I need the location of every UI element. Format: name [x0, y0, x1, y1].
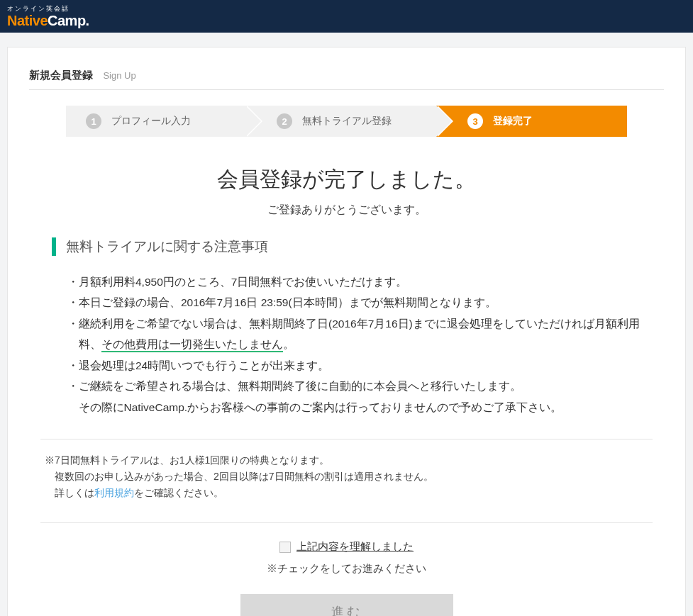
brand-name: NativeCamp. [7, 13, 89, 28]
step-label: 無料トライアル登録 [302, 115, 392, 128]
terms-link[interactable]: 利用規約 [94, 487, 134, 498]
divider [40, 439, 653, 439]
page-title-row: 新規会員登録 Sign Up [29, 69, 664, 90]
step-number: 3 [467, 113, 483, 129]
proceed-button[interactable]: 進む [240, 594, 453, 616]
disclaimer-line: 詳しくは利用規約をご確認ください。 [45, 485, 648, 501]
signup-complete-card: 新規会員登録 Sign Up 1 プロフィール入力 2 無料トライアル登録 3 … [7, 47, 686, 616]
step-profile: 1 プロフィール入力 [66, 106, 245, 137]
step-complete: 3 登録完了 [436, 106, 627, 137]
divider [40, 522, 653, 523]
trial-notes-list: ・月額利用料4,950円のところ、7日間無料でお使いいただけます。 ・本日ご登録… [67, 271, 641, 418]
progress-stepper: 1 プロフィール入力 2 無料トライアル登録 3 登録完了 [66, 106, 627, 137]
step-number: 2 [277, 113, 292, 129]
note-item: ・継続利用をご希望でない場合は、無料期間終了日(2016年7月16日)までに退会… [67, 313, 641, 355]
page-title-en: Sign Up [103, 70, 135, 81]
note-emphasis: その他費用は一切発生いたしません [101, 338, 283, 352]
confirm-checkbox[interactable] [279, 542, 291, 553]
confirm-text: 上記内容を理解しました [296, 540, 414, 554]
trial-notes: 無料トライアルに関する注意事項 ・月額利用料4,950円のところ、7日間無料でお… [52, 237, 641, 418]
top-navbar: オンライン英会話 NativeCamp. [0, 0, 693, 33]
step-trial: 2 無料トライアル登録 [245, 106, 436, 137]
headline: 会員登録が完了しました。 [29, 165, 664, 194]
note-item: ・退会処理は24時間いつでも行うことが出来ます。 [67, 355, 641, 376]
step-number: 1 [86, 113, 101, 129]
confirm-hint: ※チェックをしてお進みください [29, 562, 664, 576]
trial-notes-title: 無料トライアルに関する注意事項 [52, 237, 641, 256]
subheadline: ご登録ありがとうございます。 [29, 203, 664, 218]
disclaimer-line: 複数回のお申し込みがあった場合、2回目以降は7日間無料の割引は適用されません。 [45, 469, 648, 485]
note-item: ・ご継続をご希望される場合は、無料期間終了後に自動的に本会員へと移行いたします。… [67, 376, 641, 418]
disclaimer-line: ※7日間無料トライアルは、お1人様1回限りの特典となります。 [45, 452, 648, 469]
chevron-right-icon [436, 106, 452, 137]
page-title: 新規会員登録 [29, 69, 93, 81]
step-label: プロフィール入力 [111, 115, 191, 128]
step-label: 登録完了 [493, 115, 533, 128]
brand-tagline: オンライン英会話 [7, 6, 89, 12]
chevron-right-icon [245, 106, 261, 137]
note-item: ・本日ご登録の場合、2016年7月16日 23:59(日本時間）までが無料期間と… [67, 292, 641, 313]
confirm-row: 上記内容を理解しました [29, 540, 664, 555]
brand-logo[interactable]: オンライン英会話 NativeCamp. [7, 6, 89, 28]
note-item: ・月額利用料4,950円のところ、7日間無料でお使いいただけます。 [67, 271, 641, 292]
confirm-checkbox-label[interactable]: 上記内容を理解しました [279, 540, 414, 554]
disclaimer: ※7日間無料トライアルは、お1人様1回限りの特典となります。 複数回のお申し込み… [45, 452, 648, 501]
